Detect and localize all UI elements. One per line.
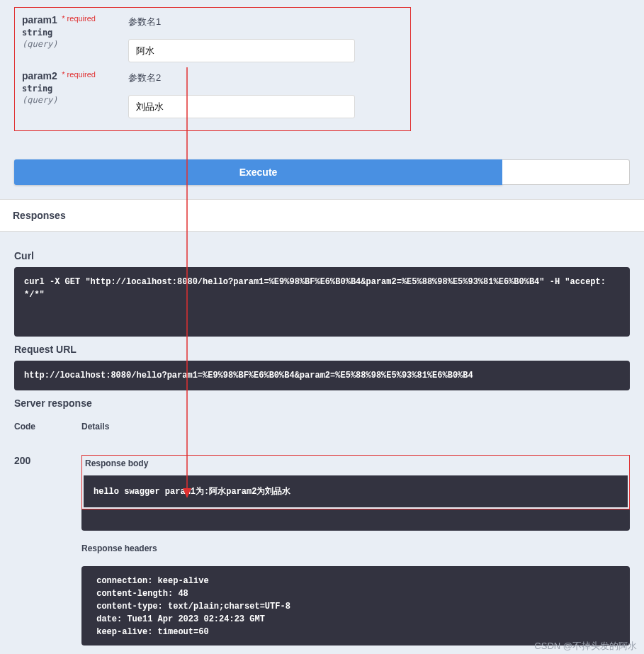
status-code: 200 [14, 455, 81, 645]
parameters-box: param1 * required string (query) 参数名1 pa… [14, 7, 411, 131]
param-in: (query) [22, 39, 128, 49]
param-name: param1 [22, 14, 57, 26]
param-name: param2 [22, 70, 57, 81]
responses-body: Curl curl -X GET "http://localhost:8080/… [0, 232, 644, 654]
request-url-label: Request URL [14, 344, 630, 355]
required-label: * required [62, 14, 96, 23]
required-label: * required [62, 70, 96, 79]
response-details: Response body hello swagger param1为:阿水pa… [81, 455, 630, 645]
watermark: CSDN @不掉头发的阿水 [534, 640, 637, 653]
param-row-param2: param2 * required string (query) 参数名2 [15, 66, 410, 122]
th-code: Code [14, 422, 81, 432]
param-input-area: 参数名1 [128, 13, 403, 62]
th-details: Details [81, 422, 109, 432]
table-head: Code Details [14, 416, 630, 437]
param-meta: param2 * required string (query) [22, 69, 128, 118]
execute-button[interactable]: Execute [14, 159, 502, 185]
param-row-param1: param1 * required string (query) 参数名1 [15, 10, 410, 66]
param-meta: param1 * required string (query) [22, 13, 128, 62]
param-description: 参数名1 [128, 16, 403, 28]
responses-title: Responses [13, 210, 631, 221]
clear-button[interactable] [502, 159, 630, 185]
parameters-section: param1 * required string (query) 参数名1 pa… [0, 0, 644, 199]
param1-input[interactable] [128, 39, 355, 62]
response-table: Code Details 200 Response body hello swa… [14, 416, 630, 645]
response-body-value: hello swagger param1为:阿水param2为刘品水 [84, 475, 628, 507]
table-row: 200 Response body hello swagger param1为:… [14, 437, 630, 645]
param-description: 参数名2 [128, 72, 403, 84]
response-body-highlight-box: Response body hello swagger param1为:阿水pa… [81, 455, 630, 509]
response-body-label: Response body [84, 457, 628, 471]
param-in: (query) [22, 95, 128, 105]
action-row: Execute [14, 159, 630, 185]
response-headers-value: connection: keep-alive content-length: 4… [81, 566, 630, 645]
curl-label: Curl [14, 250, 630, 261]
response-body-extra [81, 509, 630, 531]
server-response-label: Server response [14, 398, 630, 409]
curl-command: curl -X GET "http://localhost:8080/hello… [14, 267, 630, 337]
responses-header: Responses [0, 199, 644, 232]
param2-input[interactable] [128, 95, 355, 118]
param-type: string [22, 28, 128, 38]
param-type: string [22, 84, 128, 94]
param-input-area: 参数名2 [128, 69, 403, 118]
response-headers-label: Response headers [81, 543, 630, 553]
request-url-value: http://localhost:8080/hello?param1=%E9%9… [14, 361, 630, 390]
